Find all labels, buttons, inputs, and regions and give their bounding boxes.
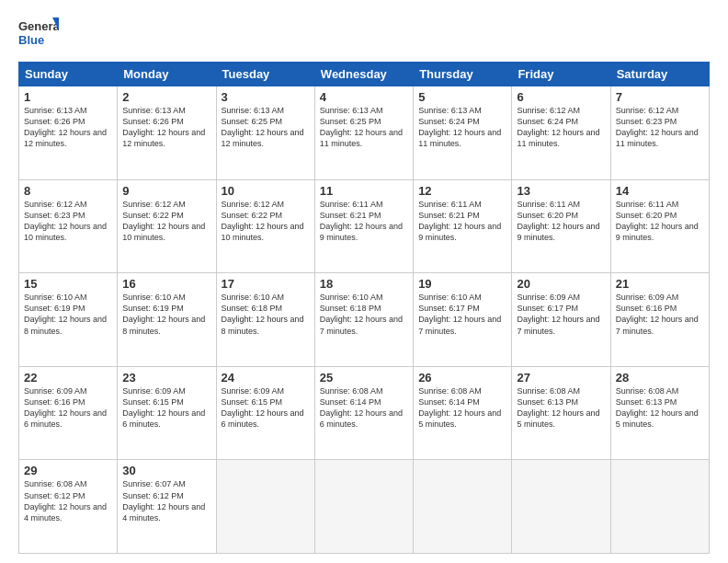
- svg-text:Blue: Blue: [18, 33, 44, 47]
- day-number: 2: [122, 90, 210, 104]
- calendar-cell: 6Sunrise: 6:12 AM Sunset: 6:24 PM Daylig…: [512, 86, 610, 180]
- day-number: 4: [320, 90, 408, 104]
- day-info: Sunrise: 6:12 AM Sunset: 6:22 PM Dayligh…: [222, 199, 310, 244]
- calendar-cell: 4Sunrise: 6:13 AM Sunset: 6:25 PM Daylig…: [314, 86, 413, 180]
- day-info: Sunrise: 6:11 AM Sunset: 6:20 PM Dayligh…: [517, 199, 605, 244]
- day-number: 10: [222, 184, 310, 198]
- day-number: 18: [320, 277, 408, 291]
- day-number: 13: [517, 184, 605, 198]
- calendar-cell: 21Sunrise: 6:09 AM Sunset: 6:16 PM Dayli…: [610, 273, 709, 367]
- calendar-cell: 17Sunrise: 6:10 AM Sunset: 6:18 PM Dayli…: [216, 273, 314, 367]
- day-number: 17: [222, 277, 310, 291]
- day-info: Sunrise: 6:12 AM Sunset: 6:22 PM Dayligh…: [122, 199, 210, 244]
- day-info: Sunrise: 6:10 AM Sunset: 6:18 PM Dayligh…: [320, 292, 408, 337]
- logo: General Blue: [18, 14, 59, 54]
- day-number: 24: [222, 371, 310, 385]
- calendar-cell: 5Sunrise: 6:13 AM Sunset: 6:24 PM Daylig…: [414, 86, 512, 180]
- day-header-friday: Friday: [512, 63, 610, 86]
- day-header-tuesday: Tuesday: [216, 63, 314, 86]
- day-info: Sunrise: 6:11 AM Sunset: 6:20 PM Dayligh…: [616, 199, 704, 244]
- day-header-wednesday: Wednesday: [314, 63, 413, 86]
- day-info: Sunrise: 6:09 AM Sunset: 6:15 PM Dayligh…: [222, 385, 310, 431]
- day-number: 26: [418, 371, 506, 385]
- calendar-cell: 22Sunrise: 6:09 AM Sunset: 6:16 PM Dayli…: [19, 366, 118, 460]
- calendar-cell: 25Sunrise: 6:08 AM Sunset: 6:14 PM Dayli…: [314, 366, 413, 460]
- day-info: Sunrise: 6:10 AM Sunset: 6:19 PM Dayligh…: [122, 292, 210, 337]
- day-number: 19: [418, 277, 506, 291]
- day-info: Sunrise: 6:07 AM Sunset: 6:12 PM Dayligh…: [122, 478, 210, 523]
- day-info: Sunrise: 6:09 AM Sunset: 6:15 PM Dayligh…: [122, 385, 210, 431]
- day-number: 5: [418, 90, 506, 104]
- calendar-cell: 28Sunrise: 6:08 AM Sunset: 6:13 PM Dayli…: [610, 366, 709, 460]
- calendar-cell: 15Sunrise: 6:10 AM Sunset: 6:19 PM Dayli…: [19, 273, 118, 367]
- day-info: Sunrise: 6:11 AM Sunset: 6:21 PM Dayligh…: [320, 199, 408, 244]
- calendar-cell: [216, 460, 314, 554]
- calendar-cell: 10Sunrise: 6:12 AM Sunset: 6:22 PM Dayli…: [216, 179, 314, 273]
- day-number: 27: [517, 371, 605, 385]
- day-info: Sunrise: 6:13 AM Sunset: 6:26 PM Dayligh…: [122, 105, 210, 150]
- day-number: 23: [122, 371, 210, 385]
- day-info: Sunrise: 6:13 AM Sunset: 6:25 PM Dayligh…: [222, 105, 310, 150]
- day-header-thursday: Thursday: [414, 63, 512, 86]
- calendar-cell: 20Sunrise: 6:09 AM Sunset: 6:17 PM Dayli…: [512, 273, 610, 367]
- day-number: 28: [616, 371, 704, 385]
- calendar-cell: 3Sunrise: 6:13 AM Sunset: 6:25 PM Daylig…: [216, 86, 314, 180]
- day-info: Sunrise: 6:13 AM Sunset: 6:25 PM Dayligh…: [320, 105, 408, 150]
- day-number: 14: [616, 184, 704, 198]
- day-info: Sunrise: 6:08 AM Sunset: 6:14 PM Dayligh…: [320, 385, 408, 431]
- calendar-cell: 2Sunrise: 6:13 AM Sunset: 6:26 PM Daylig…: [118, 86, 216, 180]
- day-info: Sunrise: 6:08 AM Sunset: 6:14 PM Dayligh…: [418, 385, 506, 431]
- day-number: 20: [517, 277, 605, 291]
- calendar-cell: [610, 460, 709, 554]
- day-number: 8: [24, 184, 112, 198]
- calendar-cell: 8Sunrise: 6:12 AM Sunset: 6:23 PM Daylig…: [19, 179, 118, 273]
- day-info: Sunrise: 6:12 AM Sunset: 6:24 PM Dayligh…: [517, 105, 605, 150]
- day-number: 22: [24, 371, 112, 385]
- day-header-saturday: Saturday: [610, 63, 709, 86]
- day-info: Sunrise: 6:10 AM Sunset: 6:19 PM Dayligh…: [24, 292, 112, 337]
- calendar-cell: 19Sunrise: 6:10 AM Sunset: 6:17 PM Dayli…: [414, 273, 512, 367]
- calendar-cell: 26Sunrise: 6:08 AM Sunset: 6:14 PM Dayli…: [414, 366, 512, 460]
- day-number: 16: [122, 277, 210, 291]
- day-info: Sunrise: 6:12 AM Sunset: 6:23 PM Dayligh…: [616, 105, 704, 150]
- day-header-monday: Monday: [118, 63, 216, 86]
- day-info: Sunrise: 6:09 AM Sunset: 6:16 PM Dayligh…: [616, 292, 704, 337]
- day-info: Sunrise: 6:10 AM Sunset: 6:17 PM Dayligh…: [418, 292, 506, 337]
- calendar-cell: 29Sunrise: 6:08 AM Sunset: 6:12 PM Dayli…: [19, 460, 118, 554]
- calendar-cell: [314, 460, 413, 554]
- calendar-cell: 16Sunrise: 6:10 AM Sunset: 6:19 PM Dayli…: [118, 273, 216, 367]
- calendar-cell: [414, 460, 512, 554]
- day-number: 21: [616, 277, 704, 291]
- day-number: 9: [122, 184, 210, 198]
- day-number: 25: [320, 371, 408, 385]
- calendar-cell: 24Sunrise: 6:09 AM Sunset: 6:15 PM Dayli…: [216, 366, 314, 460]
- day-number: 29: [24, 464, 112, 477]
- day-number: 1: [24, 90, 112, 104]
- day-info: Sunrise: 6:08 AM Sunset: 6:12 PM Dayligh…: [24, 478, 112, 523]
- calendar-cell: 7Sunrise: 6:12 AM Sunset: 6:23 PM Daylig…: [610, 86, 709, 180]
- day-number: 6: [517, 90, 605, 104]
- calendar: SundayMondayTuesdayWednesdayThursdayFrid…: [18, 62, 710, 554]
- day-info: Sunrise: 6:09 AM Sunset: 6:16 PM Dayligh…: [24, 385, 112, 431]
- day-info: Sunrise: 6:09 AM Sunset: 6:17 PM Dayligh…: [517, 292, 605, 337]
- calendar-cell: 12Sunrise: 6:11 AM Sunset: 6:21 PM Dayli…: [414, 179, 512, 273]
- day-number: 7: [616, 90, 704, 104]
- logo-svg: General Blue: [18, 14, 59, 54]
- calendar-cell: 14Sunrise: 6:11 AM Sunset: 6:20 PM Dayli…: [610, 179, 709, 273]
- day-info: Sunrise: 6:08 AM Sunset: 6:13 PM Dayligh…: [616, 385, 704, 431]
- calendar-cell: 11Sunrise: 6:11 AM Sunset: 6:21 PM Dayli…: [314, 179, 413, 273]
- day-number: 11: [320, 184, 408, 198]
- day-header-sunday: Sunday: [19, 63, 118, 86]
- day-info: Sunrise: 6:11 AM Sunset: 6:21 PM Dayligh…: [418, 199, 506, 244]
- calendar-cell: 23Sunrise: 6:09 AM Sunset: 6:15 PM Dayli…: [118, 366, 216, 460]
- calendar-cell: 9Sunrise: 6:12 AM Sunset: 6:22 PM Daylig…: [118, 179, 216, 273]
- svg-text:General: General: [18, 19, 59, 33]
- day-info: Sunrise: 6:12 AM Sunset: 6:23 PM Dayligh…: [24, 199, 112, 244]
- calendar-cell: 27Sunrise: 6:08 AM Sunset: 6:13 PM Dayli…: [512, 366, 610, 460]
- day-number: 15: [24, 277, 112, 291]
- day-info: Sunrise: 6:10 AM Sunset: 6:18 PM Dayligh…: [222, 292, 310, 337]
- calendar-cell: 30Sunrise: 6:07 AM Sunset: 6:12 PM Dayli…: [118, 460, 216, 554]
- calendar-cell: 18Sunrise: 6:10 AM Sunset: 6:18 PM Dayli…: [314, 273, 413, 367]
- day-number: 3: [222, 90, 310, 104]
- day-number: 30: [122, 464, 210, 477]
